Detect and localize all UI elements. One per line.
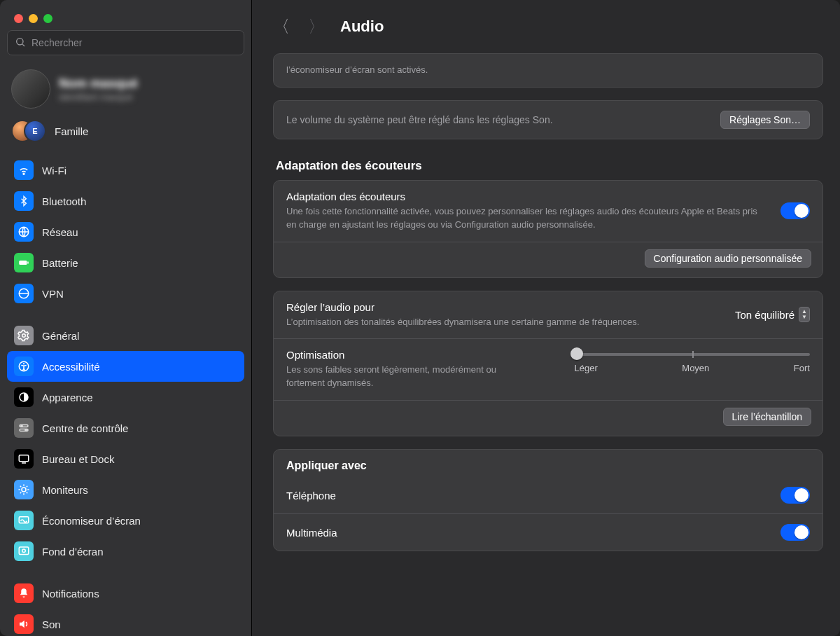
- family-avatars: E: [11, 120, 46, 142]
- sidebar-list: Wi-Fi Bluetooth Réseau Batterie: [0, 155, 251, 636]
- sidebar-item-battery[interactable]: Batterie: [7, 247, 244, 278]
- search-field[interactable]: [7, 30, 244, 55]
- tune-label: Régler l’audio pour: [286, 301, 721, 313]
- apple-id-row[interactable]: Nom masqué identifiant masqué: [0, 65, 251, 116]
- sound-settings-button[interactable]: Réglages Son…: [720, 111, 810, 129]
- sidebar-item-vpn[interactable]: VPN: [7, 278, 244, 309]
- headphone-toggle[interactable]: [780, 202, 810, 219]
- main-content: 〈 〉 Audio l’économiseur d’écran sont act…: [252, 0, 840, 636]
- sidebar-item-label: Réseau: [42, 226, 78, 238]
- sidebar-item-label: Bureau et Dock: [42, 453, 114, 465]
- sidebar-item-wallpaper[interactable]: Fond d’écran: [7, 536, 244, 567]
- slider-max-label: Fort: [794, 363, 810, 373]
- svg-line-1: [22, 44, 24, 46]
- svg-point-2: [23, 173, 24, 174]
- vpn-icon: [14, 284, 34, 303]
- sidebar-item-bluetooth[interactable]: Bluetooth: [7, 186, 244, 216]
- tune-panel: Régler l’audio pour L’optimisation des t…: [273, 291, 823, 437]
- minimize-window-button[interactable]: [29, 14, 38, 23]
- wallpaper-icon: [14, 541, 34, 561]
- family-label: Famille: [55, 125, 88, 137]
- sidebar-item-sound[interactable]: Son: [7, 609, 244, 636]
- tune-select[interactable]: Ton équilibré ▲▼: [735, 307, 810, 322]
- search-input[interactable]: [31, 37, 237, 48]
- svg-rect-5: [27, 262, 29, 264]
- zoom-window-button[interactable]: [43, 14, 52, 23]
- user-sub: identifiant masqué: [59, 92, 138, 102]
- svg-rect-4: [19, 261, 27, 265]
- close-window-button[interactable]: [14, 14, 23, 23]
- chevron-up-down-icon: ▲▼: [799, 307, 810, 322]
- sidebar-item-label: Accessibilité: [42, 361, 100, 373]
- apply-panel: Appliquer avec Téléphone Multimédia: [273, 449, 823, 551]
- volume-text: Le volume du système peut être réglé dan…: [286, 113, 553, 127]
- globe-icon: [14, 222, 34, 242]
- svg-point-14: [25, 429, 27, 431]
- speaker-icon: [14, 614, 34, 634]
- scroll-area[interactable]: l’économiseur d’écran sont activés. Le v…: [252, 53, 840, 636]
- search-icon: [15, 36, 31, 50]
- slider-thumb[interactable]: [570, 347, 583, 360]
- screensaver-icon: [14, 511, 34, 530]
- apply-media-label: Multimédia: [286, 527, 337, 539]
- sidebar-item-accessibility[interactable]: Accessibilité: [7, 351, 244, 382]
- user-name: Nom masqué: [59, 76, 138, 92]
- sidebar-item-label: Apparence: [42, 392, 93, 403]
- custom-audio-setup-button[interactable]: Configuration audio personnalisée: [645, 249, 811, 268]
- family-avatar-2: E: [24, 120, 46, 142]
- family-row[interactable]: E Famille: [0, 116, 251, 155]
- sidebar-item-label: Moniteurs: [42, 484, 88, 496]
- apply-section-title: Appliquer avec: [286, 459, 810, 472]
- headphone-toggle-desc: Une fois cette fonctionnalité activée, v…: [286, 205, 766, 232]
- sidebar-item-network[interactable]: Réseau: [7, 216, 244, 247]
- nav-forward-button[interactable]: 〉: [308, 18, 325, 35]
- optimization-label: Optimisation: [286, 349, 533, 361]
- play-sample-button[interactable]: Lire l’échantillon: [723, 408, 811, 426]
- headphones-panel: Adaptation des écouteurs Une fois cette …: [273, 180, 823, 278]
- displays-icon: [14, 480, 34, 499]
- desktop-icon: [14, 449, 34, 469]
- volume-panel: Le volume du système peut être réglé dan…: [273, 100, 823, 139]
- sidebar-item-desktop-dock[interactable]: Bureau et Dock: [7, 443, 244, 474]
- optimization-row: Optimisation Les sons faibles seront lég…: [274, 339, 822, 400]
- sidebar: Nom masqué identifiant masqué E Famille …: [0, 0, 252, 636]
- nav-back-button[interactable]: 〈: [273, 18, 290, 35]
- svg-point-19: [22, 549, 26, 553]
- sidebar-item-label: Notifications: [42, 588, 99, 600]
- svg-point-9: [23, 363, 24, 364]
- sidebar-item-label: Général: [42, 330, 79, 342]
- tune-value: Ton équilibré: [735, 309, 794, 321]
- optimization-slider[interactable]: [575, 353, 810, 356]
- apply-phone-label: Téléphone: [286, 490, 336, 502]
- svg-rect-15: [19, 455, 29, 462]
- svg-rect-18: [19, 547, 29, 555]
- accessibility-icon: [14, 357, 34, 376]
- prev-panel-note: l’économiseur d’écran sont activés.: [286, 64, 810, 77]
- gear-icon: [14, 326, 34, 345]
- sidebar-item-screensaver[interactable]: Économiseur d’écran: [7, 505, 244, 536]
- window-controls: [0, 4, 251, 30]
- sidebar-item-notifications[interactable]: Notifications: [7, 578, 244, 609]
- svg-point-13: [21, 425, 22, 427]
- wifi-icon: [14, 160, 34, 180]
- optimization-desc: Les sons faibles seront légèrement, modé…: [286, 364, 533, 390]
- sidebar-item-wifi[interactable]: Wi-Fi: [7, 155, 244, 186]
- headphone-toggle-label: Adaptation des écouteurs: [286, 191, 766, 202]
- sidebar-item-appearance[interactable]: Apparence: [7, 382, 244, 413]
- sidebar-item-label: Wi-Fi: [42, 165, 66, 177]
- section-title-headphones: Adaptation des écouteurs: [273, 152, 823, 180]
- slider-mid-label: Moyen: [682, 363, 709, 373]
- sidebar-item-label: Batterie: [42, 257, 78, 269]
- nav-arrows: 〈 〉: [273, 18, 325, 35]
- sidebar-item-general[interactable]: Général: [7, 320, 244, 351]
- sidebar-item-control-center[interactable]: Centre de contrôle: [7, 413, 244, 443]
- prev-panel: l’économiseur d’écran sont activés.: [273, 53, 823, 88]
- sidebar-item-displays[interactable]: Moniteurs: [7, 474, 244, 505]
- tune-desc: L’optimisation des tonalités équilibrées…: [286, 316, 721, 329]
- sidebar-item-label: Bluetooth: [42, 195, 86, 207]
- bell-icon: [14, 583, 34, 603]
- svg-point-7: [22, 334, 26, 338]
- apply-phone-toggle[interactable]: [780, 487, 810, 504]
- apply-media-toggle[interactable]: [780, 524, 810, 541]
- header: 〈 〉 Audio: [252, 0, 840, 53]
